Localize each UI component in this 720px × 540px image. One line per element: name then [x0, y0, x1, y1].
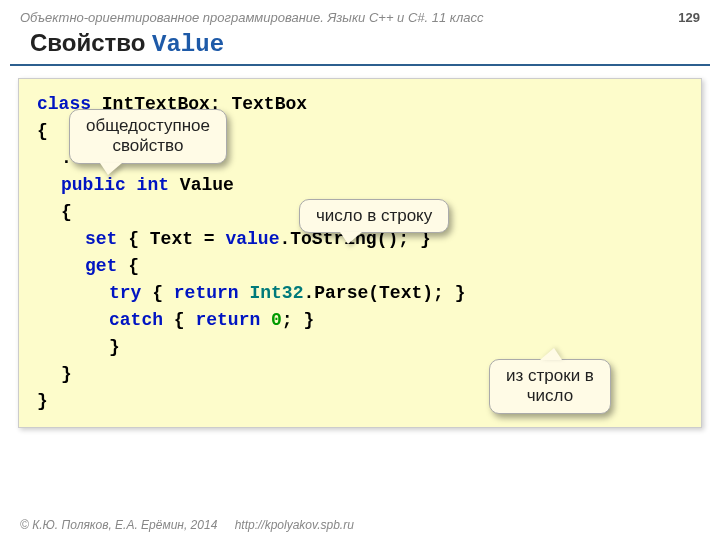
- page-number: 129: [678, 10, 700, 25]
- footer-url: http://kpolyakov.spb.ru: [235, 518, 354, 532]
- callout-string-to-number: из строки в число: [489, 359, 611, 414]
- title-word-2: Value: [152, 31, 224, 58]
- code-block: class IntTextBox: TextBox { ... public i…: [18, 78, 702, 428]
- code-line: try { return Int32.Parse(Text); }: [37, 280, 683, 307]
- callout-public-property: общедоступное свойство: [69, 109, 227, 164]
- code-line: }: [37, 334, 683, 361]
- code-line: public int Value: [37, 172, 683, 199]
- code-line: catch { return 0; }: [37, 307, 683, 334]
- slide-header: Объектно-ориентированное программировани…: [0, 0, 720, 29]
- callout-number-to-string: число в строку: [299, 199, 449, 233]
- code-line: get {: [37, 253, 683, 280]
- course-title: Объектно-ориентированное программировани…: [20, 10, 484, 25]
- slide-title: Свойство Value: [10, 29, 710, 66]
- title-word-1: Свойство: [30, 29, 145, 56]
- slide-footer: © К.Ю. Поляков, Е.А. Ерёмин, 2014 http:/…: [20, 518, 354, 532]
- copyright: © К.Ю. Поляков, Е.А. Ерёмин, 2014: [20, 518, 217, 532]
